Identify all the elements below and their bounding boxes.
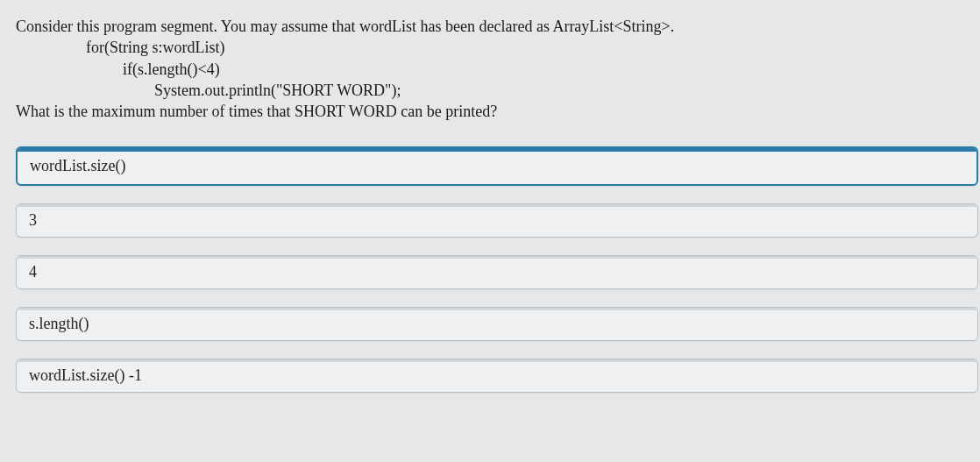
option-label: wordList.size() -1 — [29, 366, 142, 384]
option-label: wordList.size() — [30, 157, 125, 174]
option-4[interactable]: s.length() — [16, 307, 978, 341]
question-line-4: System.out.println("SHORT WORD"); — [16, 80, 980, 101]
option-1[interactable]: wordList.size() — [16, 146, 978, 186]
option-2[interactable]: 3 — [16, 203, 978, 238]
question-line-2: for(String s:wordList) — [16, 37, 980, 58]
option-label: 3 — [29, 211, 37, 229]
option-label: s.length() — [29, 315, 89, 332]
options-list: wordList.size() 3 4 s.length() wordList.… — [16, 146, 980, 393]
question-text: Consider this program segment. You may a… — [16, 16, 980, 122]
option-label: 4 — [29, 263, 37, 281]
option-5[interactable]: wordList.size() -1 — [16, 359, 978, 393]
question-line-5: What is the maximum number of times that… — [16, 101, 980, 122]
option-3[interactable]: 4 — [16, 255, 978, 289]
question-line-1: Consider this program segment. You may a… — [16, 16, 980, 37]
question-line-3: if(s.length()<4) — [16, 59, 980, 80]
